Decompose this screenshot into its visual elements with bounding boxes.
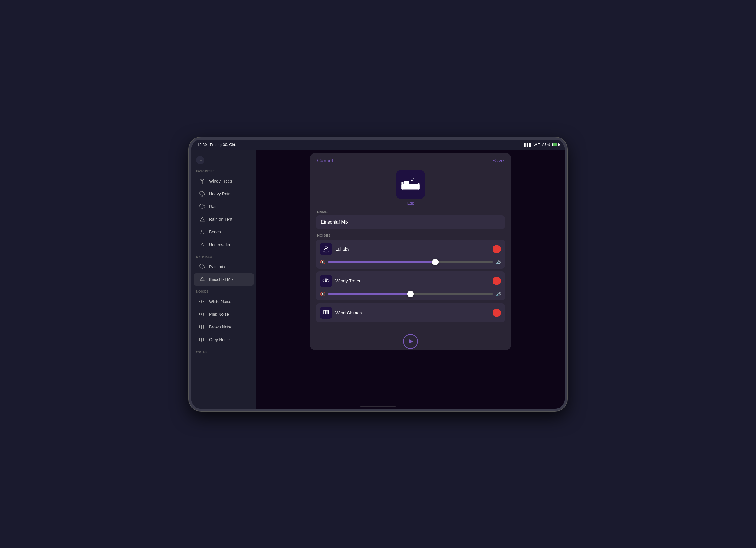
modal-icon-area: Z z Edit — [310, 167, 511, 210]
brown-noise-icon — [198, 323, 206, 331]
sidebar-item-heavy-rain[interactable]: Heavy Rain — [194, 188, 254, 200]
battery-icon — [552, 143, 559, 146]
edit-mix-modal: Cancel Save — [310, 153, 511, 350]
sidebar-item-label: Windy Trees — [209, 179, 232, 184]
lullaby-thumb — [320, 243, 332, 255]
time: 13:39 — [197, 143, 207, 147]
sidebar-item-label: Pink Noise — [209, 312, 229, 317]
noise-item-lullaby: Lullaby − 🔇 🔊 — [316, 240, 505, 269]
sidebar-header: ··· — [191, 154, 256, 166]
svg-rect-4 — [401, 185, 419, 190]
remove-lullaby-button[interactable]: − — [493, 245, 501, 253]
cancel-button[interactable]: Cancel — [317, 158, 333, 164]
play-button[interactable] — [403, 334, 418, 349]
modal-overlay: Cancel Save — [256, 150, 565, 409]
section-label-noises: NOISES — [191, 286, 256, 295]
sidebar-item-grey-noise[interactable]: Grey Noise — [194, 333, 254, 346]
status-bar: 13:39 Freitag 30. Okt. ▋▋▋ WiFi 85 % — [191, 140, 565, 150]
remove-wind-chimes-button[interactable]: − — [493, 309, 501, 317]
sidebar-item-pink-noise[interactable]: Pink Noise — [194, 308, 254, 320]
lullaby-slider[interactable] — [328, 262, 493, 263]
svg-rect-19 — [323, 311, 324, 314]
wifi-icon: WiFi — [534, 143, 541, 147]
underwater-icon — [198, 241, 206, 249]
sidebar-item-brown-noise[interactable]: Brown Noise — [194, 321, 254, 333]
windy-trees-slider[interactable] — [328, 293, 493, 294]
ipad-frame: 13:39 Freitag 30. Okt. ▋▋▋ WiFi 85 % ···… — [189, 137, 567, 411]
status-right: ▋▋▋ WiFi 85 % — [524, 143, 559, 147]
noise-item-lullaby-header: Lullaby − — [316, 240, 505, 259]
battery-percent: 85 % — [542, 143, 550, 147]
play-button-area — [310, 331, 511, 350]
section-label-favorites: FAVORITES — [191, 166, 256, 175]
sidebar-item-einschlaf-mix[interactable]: Einschlaf Mix — [194, 273, 254, 285]
menu-icon[interactable]: ··· — [196, 156, 204, 164]
section-label-water: WATER — [191, 346, 256, 355]
sidebar-item-label: Underwater — [209, 242, 230, 247]
einschlaf-mix-icon — [198, 275, 206, 283]
sidebar-item-rain-on-tent[interactable]: Rain on Tent — [194, 213, 254, 226]
noise-item-windy-trees-header: Windy Trees − — [316, 272, 505, 290]
sidebar-item-label: Brown Noise — [209, 324, 232, 329]
lullaby-name: Lullaby — [335, 247, 350, 252]
svg-rect-5 — [401, 182, 403, 190]
svg-point-8 — [404, 183, 409, 185]
sidebar-item-label: Rain on Tent — [209, 217, 232, 222]
noise-item-wind-chimes: Wind Chimes − — [316, 303, 505, 322]
noises-section-label: NOISES — [316, 234, 505, 240]
rain-mix-icon — [198, 263, 206, 271]
sidebar-item-beach[interactable]: Beach — [194, 226, 254, 238]
svg-point-13 — [326, 252, 327, 253]
sidebar-item-rain[interactable]: Rain — [194, 200, 254, 213]
rain-icon — [198, 203, 206, 211]
right-panel: Cancel Save — [256, 150, 565, 409]
volume-max-icon-2: 🔊 — [496, 291, 501, 296]
save-button[interactable]: Save — [492, 158, 504, 164]
remove-windy-trees-button[interactable]: − — [493, 277, 501, 285]
svg-rect-21 — [327, 311, 328, 314]
mix-icon[interactable]: Z z — [396, 170, 425, 199]
signal-icon: ▋▋▋ — [524, 143, 532, 147]
volume-min-icon: 🔇 — [320, 260, 325, 265]
sidebar-item-label: Heavy Rain — [209, 192, 230, 196]
windy-trees-icon — [198, 177, 206, 185]
play-icon — [409, 339, 413, 344]
mix-name: Einschlaf Mix — [321, 220, 348, 225]
heavy-rain-icon — [198, 190, 206, 198]
sidebar-item-white-noise[interactable]: White Noise — [194, 295, 254, 308]
wind-chimes-name: Wind Chimes — [335, 310, 362, 315]
sidebar-item-windy-trees[interactable]: Windy Trees — [194, 175, 254, 188]
windy-trees-slider-area: 🔇 🔊 — [316, 290, 505, 300]
white-noise-icon — [198, 298, 206, 305]
svg-point-0 — [201, 230, 203, 232]
svg-point-3 — [203, 245, 204, 246]
svg-point-2 — [202, 243, 203, 244]
svg-text:Z: Z — [411, 178, 413, 181]
svg-rect-6 — [418, 183, 420, 190]
sidebar-item-label: Rain — [209, 204, 218, 209]
edit-icon-link[interactable]: Edit — [407, 201, 414, 206]
modal-header: Cancel Save — [310, 153, 511, 167]
noise-item-wind-chimes-header: Wind Chimes − — [316, 303, 505, 322]
windy-trees-name: Windy Trees — [335, 278, 360, 283]
svg-point-1 — [201, 244, 202, 245]
rain-on-tent-icon — [198, 216, 206, 223]
sidebar-item-label: Grey Noise — [209, 337, 230, 342]
sidebar-item-label: Rain mix — [209, 265, 225, 269]
sidebar-item-label: White Noise — [209, 299, 231, 304]
wind-chimes-thumb — [320, 307, 332, 319]
windy-trees-thumb — [320, 275, 332, 287]
main-content: ··· FAVORITES Windy Trees H — [191, 150, 565, 409]
modal-body: NAME Einschlaf Mix NOISES — [310, 210, 511, 331]
svg-text:z: z — [413, 177, 414, 179]
name-field-label: NAME — [316, 210, 505, 216]
beach-icon — [198, 228, 206, 236]
sidebar-item-label: Einschlaf Mix — [209, 277, 233, 282]
svg-rect-22 — [328, 310, 329, 314]
sidebar-item-label: Beach — [209, 230, 221, 234]
sidebar-item-underwater[interactable]: Underwater — [194, 239, 254, 251]
sidebar-item-rain-mix[interactable]: Rain mix — [194, 261, 254, 273]
name-field[interactable]: Einschlaf Mix — [316, 216, 505, 229]
sidebar: ··· FAVORITES Windy Trees H — [191, 150, 256, 409]
status-left: 13:39 Freitag 30. Okt. — [197, 143, 236, 147]
